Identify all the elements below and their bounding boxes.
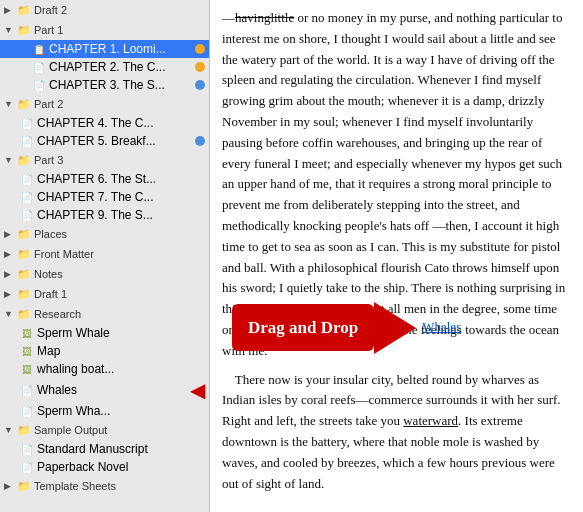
folder-icon: 📁 bbox=[17, 3, 31, 17]
disclosure-icon: ▶ bbox=[4, 481, 16, 491]
sidebar-item-map[interactable]: 🖼 Map bbox=[0, 342, 209, 360]
sidebar-item-label: CHAPTER 5. Breakf... bbox=[37, 134, 192, 148]
whales-highlight-text: Whales bbox=[422, 317, 461, 338]
sidebar-item-research[interactable]: ▼ 📁 Research bbox=[0, 304, 209, 324]
folder-icon: 📁 bbox=[17, 423, 31, 437]
status-dot bbox=[195, 136, 205, 146]
sidebar-item-sperm-wha[interactable]: 📄 Sperm Wha... bbox=[0, 402, 209, 420]
sidebar-item-chapter7[interactable]: 📄 CHAPTER 7. The C... bbox=[0, 188, 209, 206]
sidebar-item-label: Places bbox=[34, 228, 67, 240]
disclosure-icon: ▶ bbox=[4, 229, 16, 239]
sidebar-item-label: CHAPTER 7. The C... bbox=[37, 190, 205, 204]
strikethrough-text: havinglittle bbox=[235, 10, 294, 25]
sidebar-item-label: Paperback Novel bbox=[37, 460, 205, 474]
folder-icon: 📁 bbox=[17, 247, 31, 261]
file-icon: 📄 bbox=[20, 460, 34, 474]
folder-icon: 📁 bbox=[17, 153, 31, 167]
sidebar-item-label: CHAPTER 4. The C... bbox=[37, 116, 205, 130]
disclosure-icon bbox=[20, 79, 32, 91]
disclosure-icon: ▶ bbox=[4, 269, 16, 279]
sidebar-item-label: Notes bbox=[34, 268, 63, 280]
folder-icon: 📁 bbox=[17, 479, 31, 493]
folder-icon: 📁 bbox=[17, 307, 31, 321]
sidebar-item-part1[interactable]: ▼ 📁 Part 1 bbox=[0, 20, 209, 40]
sidebar-item-label: CHAPTER 3. The S... bbox=[49, 78, 192, 92]
sidebar-item-chapter1[interactable]: 📋 CHAPTER 1. Loomi... bbox=[0, 40, 209, 58]
file-icon: 📄 bbox=[20, 208, 34, 222]
file-icon: 📄 bbox=[20, 190, 34, 204]
sidebar-item-chapter4[interactable]: 📄 CHAPTER 4. The C... bbox=[0, 114, 209, 132]
file-icon: 📄 bbox=[32, 78, 46, 92]
sidebar-item-notes[interactable]: ▶ 📁 Notes bbox=[0, 264, 209, 284]
main-content-area: —havinglittle or no money in my purse, a… bbox=[210, 0, 583, 512]
sidebar-item-label: Part 1 bbox=[34, 24, 63, 36]
sidebar: ▶ 📁 Draft 2 ▼ 📁 Part 1 📋 CHAPTER 1. Loom… bbox=[0, 0, 210, 512]
file-icon: 📄 bbox=[20, 116, 34, 130]
disclosure-icon: ▼ bbox=[4, 155, 16, 165]
folder-icon: 📁 bbox=[17, 267, 31, 281]
sidebar-item-whaling-boat[interactable]: 🖼 whaling boat... bbox=[0, 360, 209, 378]
sidebar-item-label: Sample Output bbox=[34, 424, 107, 436]
sidebar-item-label: CHAPTER 9. The S... bbox=[37, 208, 205, 222]
disclosure-icon: ▶ bbox=[4, 5, 16, 15]
sidebar-item-places[interactable]: ▶ 📁 Places bbox=[0, 224, 209, 244]
sidebar-item-label: Front Matter bbox=[34, 248, 94, 260]
sidebar-item-label: Standard Manuscript bbox=[37, 442, 205, 456]
sidebar-item-template-sheets[interactable]: ▶ 📁 Template Sheets bbox=[0, 476, 209, 496]
sidebar-item-draft2[interactable]: ▶ 📁 Draft 2 bbox=[0, 0, 209, 20]
sidebar-item-label: CHAPTER 2. The C... bbox=[49, 60, 192, 74]
file-icon: 📄 bbox=[20, 134, 34, 148]
waterward-text: waterward bbox=[403, 413, 458, 428]
sidebar-item-label: CHAPTER 6. The St... bbox=[37, 172, 205, 186]
left-arrow-indicator: ◀ bbox=[190, 380, 205, 400]
sidebar-item-label: Research bbox=[34, 308, 81, 320]
right-arrow-shape bbox=[374, 302, 416, 354]
image-icon: 🖼 bbox=[20, 326, 34, 340]
folder-icon: 📁 bbox=[17, 227, 31, 241]
sidebar-item-chapter9[interactable]: 📄 CHAPTER 9. The S... bbox=[0, 206, 209, 224]
disclosure-icon: ▼ bbox=[4, 425, 16, 435]
text-paragraph-2: There now is your insular city, belted r… bbox=[222, 370, 571, 495]
file-icon: 📄 bbox=[20, 383, 34, 397]
sidebar-item-chapter2[interactable]: 📄 CHAPTER 2. The C... bbox=[0, 58, 209, 76]
folder-icon: 📁 bbox=[17, 97, 31, 111]
disclosure-icon: ▶ bbox=[4, 249, 16, 259]
sidebar-item-label: Draft 1 bbox=[34, 288, 67, 300]
sidebar-item-label: Part 3 bbox=[34, 154, 63, 166]
sidebar-item-sample-output[interactable]: ▼ 📁 Sample Output bbox=[0, 420, 209, 440]
sidebar-item-label: Whales bbox=[37, 383, 186, 397]
sidebar-item-chapter6[interactable]: 📄 CHAPTER 6. The St... bbox=[0, 170, 209, 188]
image-icon: 🖼 bbox=[20, 344, 34, 358]
sidebar-item-chapter5[interactable]: 📄 CHAPTER 5. Breakf... bbox=[0, 132, 209, 150]
file-icon: 📄 bbox=[20, 442, 34, 456]
sidebar-item-sperm-whale[interactable]: 🖼 Sperm Whale bbox=[0, 324, 209, 342]
sidebar-item-label: Sperm Whale bbox=[37, 326, 205, 340]
document-text: —havinglittle or no money in my purse, a… bbox=[222, 8, 571, 494]
sidebar-item-label: Sperm Wha... bbox=[37, 404, 205, 418]
sidebar-item-label: Template Sheets bbox=[34, 480, 116, 492]
file-icon: 📄 bbox=[32, 60, 46, 74]
status-dot bbox=[195, 80, 205, 90]
sidebar-item-draft1[interactable]: ▶ 📁 Draft 1 bbox=[0, 284, 209, 304]
sidebar-item-whales[interactable]: 📄 Whales ◀ bbox=[0, 378, 209, 402]
sidebar-item-part3[interactable]: ▼ 📁 Part 3 bbox=[0, 150, 209, 170]
sidebar-item-label: Draft 2 bbox=[34, 4, 67, 16]
sidebar-item-front-matter[interactable]: ▶ 📁 Front Matter bbox=[0, 244, 209, 264]
disclosure-icon: ▶ bbox=[4, 289, 16, 299]
sidebar-item-label: whaling boat... bbox=[37, 362, 205, 376]
file-icon: 📄 bbox=[20, 172, 34, 186]
disclosure-icon: ▼ bbox=[4, 309, 16, 319]
sidebar-item-chapter3[interactable]: 📄 CHAPTER 3. The S... bbox=[0, 76, 209, 94]
disclosure-icon bbox=[20, 43, 32, 55]
sidebar-item-standard-manuscript[interactable]: 📄 Standard Manuscript bbox=[0, 440, 209, 458]
sidebar-item-paperback-novel[interactable]: 📄 Paperback Novel bbox=[0, 458, 209, 476]
disclosure-icon: ▼ bbox=[4, 25, 16, 35]
status-dot bbox=[195, 44, 205, 54]
sidebar-item-part2[interactable]: ▼ 📁 Part 2 bbox=[0, 94, 209, 114]
drag-drop-label: Drag and Drop bbox=[232, 304, 374, 351]
status-dot bbox=[195, 62, 205, 72]
folder-icon: 📁 bbox=[17, 287, 31, 301]
sidebar-item-label: Part 2 bbox=[34, 98, 63, 110]
disclosure-icon bbox=[20, 61, 32, 73]
sidebar-item-label: CHAPTER 1. Loomi... bbox=[49, 42, 192, 56]
